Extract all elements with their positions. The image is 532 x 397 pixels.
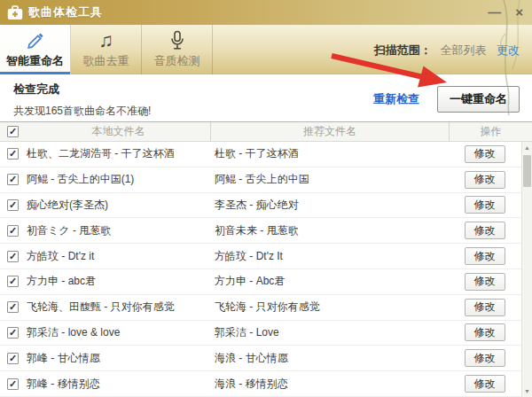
window-title: 歌曲体检工具	[28, 4, 103, 20]
column-header-suggested: 推荐文件名	[211, 124, 449, 139]
row-checkbox[interactable]: ✓	[7, 199, 19, 211]
table-row: ✓ 方力申 - abc君 方力申 - Abc君 修改	[0, 269, 521, 295]
row-checkbox[interactable]: ✓	[7, 225, 19, 237]
local-filename: 郭采洁 - love & love	[27, 325, 210, 340]
table-row: ✓ 初音ミク - 甩葱歌 初音未来 - 甩葱歌 修改	[0, 218, 521, 244]
scan-scope-value: 全部列表	[440, 43, 486, 57]
scroll-up-icon[interactable]: ▲	[522, 144, 532, 151]
table-row: ✓ 痴心绝对(李圣杰) 李圣杰 - 痴心绝对 修改	[0, 193, 521, 219]
titlebar: 歌曲体检工具	[0, 0, 532, 25]
table-row: ✓ 飞轮海、田馥甄 - 只对你有感觉 飞轮海 - 只对你有感觉 修改	[0, 295, 521, 321]
recheck-link[interactable]: 重新检查	[373, 91, 419, 107]
song-checkup-window: 歌曲体检工具 — × 智能重命名 ♫ 歌曲去重	[0, 0, 532, 397]
row-checkbox[interactable]: ✓	[7, 174, 19, 185]
edit-button[interactable]: 修改	[465, 273, 505, 291]
rename-all-button[interactable]: 一键重命名	[437, 86, 520, 113]
suggested-filename: 海浪 - 甘心情愿	[210, 351, 448, 366]
music-note-icon: ♫	[98, 28, 113, 51]
edit-button[interactable]: 修改	[465, 375, 505, 393]
column-header-action: 操作	[450, 124, 532, 139]
scrollbar-thumb[interactable]	[523, 155, 531, 187]
local-filename: 方皓玟 - Dt'z it	[27, 249, 210, 264]
row-checkbox[interactable]: ✓	[7, 301, 19, 313]
tab-label: 歌曲去重	[83, 53, 129, 69]
suggested-filename: 阿鲲 - 舌尖上的中国	[210, 172, 448, 187]
tab-dedupe[interactable]: ♫ 歌曲去重	[71, 25, 142, 74]
scroll-down-icon[interactable]: ▼	[522, 388, 532, 394]
tab-smart-rename[interactable]: 智能重命名	[0, 25, 71, 74]
change-scope-link[interactable]: 更改	[497, 43, 520, 57]
edit-button[interactable]: 修改	[465, 299, 505, 316]
scan-scope-label: 扫描范围：	[374, 43, 432, 57]
suggested-filename: 方力申 - Abc君	[210, 274, 448, 289]
local-filename: 方力申 - abc君	[27, 274, 210, 289]
suggested-filename: 初音未来 - 甩葱歌	[210, 223, 448, 238]
tab-label: 音质检测	[154, 53, 200, 69]
row-checkbox[interactable]: ✓	[7, 148, 19, 160]
row-checkbox[interactable]: ✓	[7, 353, 19, 364]
local-filename: 杜歌、二龙湖浩哥 - 干了这杯酒	[27, 146, 210, 161]
table-row: ✓ 郭采洁 - love & love 郭采洁 - Love 修改	[0, 321, 521, 346]
row-checkbox[interactable]: ✓	[7, 327, 19, 339]
table-row: ✓ 杜歌、二龙湖浩哥 - 干了这杯酒 杜歌 - 干了这杯酒 修改	[0, 142, 521, 167]
edit-button[interactable]: 修改	[465, 349, 505, 367]
local-filename: 郭峰 - 移情别恋	[27, 377, 210, 392]
select-all-checkbox[interactable]: ✓	[7, 126, 19, 137]
edit-button[interactable]: 修改	[465, 222, 505, 239]
table-row: ✓ 方皓玟 - Dt'z it 方皓玟 - Dt'z It 修改	[0, 244, 521, 269]
row-checkbox[interactable]: ✓	[7, 276, 19, 287]
local-filename: 初音ミク - 甩葱歌	[27, 223, 210, 238]
scan-scope: 扫描范围： 全部列表 更改	[374, 43, 520, 58]
first-aid-kit-icon	[7, 5, 23, 20]
local-filename: 阿鲲 - 舌尖上的中国(1)	[27, 172, 210, 187]
suggested-filename: 飞轮海 - 只对你有感觉	[210, 300, 448, 315]
table-row: ✓ 阿鲲 - 舌尖上的中国(1) 阿鲲 - 舌尖上的中国 修改	[0, 167, 521, 193]
suggested-filename: 杜歌 - 干了这杯酒	[210, 146, 448, 161]
table-body: ✓ 杜歌、二龙湖浩哥 - 干了这杯酒 杜歌 - 干了这杯酒 修改 ✓ 阿鲲 - …	[0, 142, 532, 397]
edit-button[interactable]: 修改	[465, 145, 505, 163]
edit-button[interactable]: 修改	[465, 247, 505, 265]
suggested-filename: 方皓玟 - Dt'z It	[210, 249, 448, 264]
row-checkbox[interactable]: ✓	[7, 251, 19, 262]
table-header: ✓ 本地文件名 推荐文件名 操作	[0, 122, 532, 142]
suggested-filename: 李圣杰 - 痴心绝对	[210, 198, 448, 213]
pencil-icon	[25, 28, 46, 51]
local-filename: 飞轮海、田馥甄 - 只对你有感觉	[27, 300, 210, 315]
suggested-filename: 海浪 - 移情别恋	[210, 377, 448, 392]
edit-button[interactable]: 修改	[465, 323, 505, 341]
column-header-local: 本地文件名	[27, 124, 210, 139]
vertical-scrollbar[interactable]: ▲ ▼	[521, 142, 532, 397]
local-filename: 郭峰 - 甘心情愿	[27, 351, 210, 366]
local-filename: 痴心绝对(李圣杰)	[27, 198, 210, 213]
minimize-button[interactable]: —	[488, 0, 501, 25]
edit-button[interactable]: 修改	[465, 196, 505, 214]
suggested-filename: 郭采洁 - Love	[210, 325, 448, 340]
edit-button[interactable]: 修改	[465, 171, 505, 189]
microphone-icon	[168, 28, 186, 51]
tab-label: 智能重命名	[6, 53, 64, 69]
close-button[interactable]: ×	[515, 0, 523, 25]
tab-quality-check[interactable]: 音质检测	[142, 25, 213, 74]
table-row: ✓ 郭峰 - 移情别恋 海浪 - 移情别恋 修改	[0, 371, 521, 397]
table-row: ✓ 郭峰 - 甘心情愿 海浪 - 甘心情愿 修改	[0, 346, 521, 371]
row-checkbox[interactable]: ✓	[7, 378, 19, 390]
status-strip: 检查完成 共发现165首歌曲命名不准确! 重新检查 一键重命名	[0, 74, 532, 122]
